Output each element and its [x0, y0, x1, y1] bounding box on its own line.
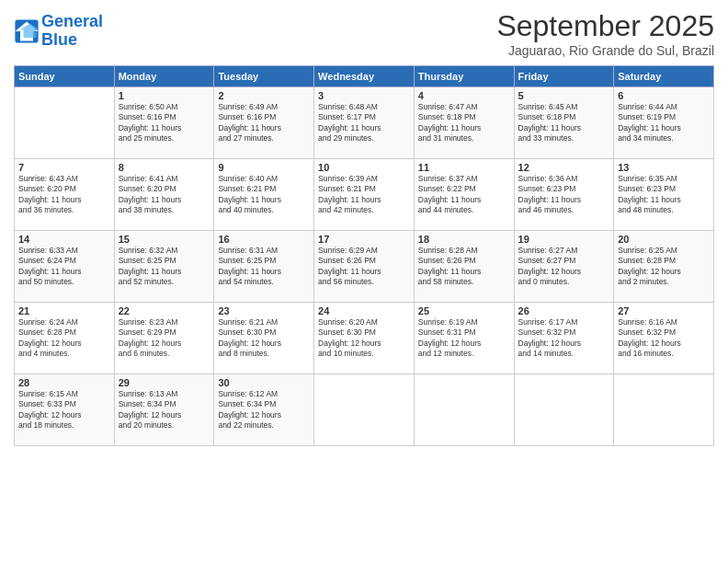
- calendar-cell: [614, 374, 714, 446]
- day-number: 16: [218, 234, 310, 245]
- calendar-cell: 24Sunrise: 6:20 AM Sunset: 6:30 PM Dayli…: [314, 303, 415, 374]
- day-number: 13: [618, 162, 710, 173]
- logo-line1: General: [41, 12, 103, 30]
- day-number: 6: [618, 90, 710, 101]
- calendar-cell: 9Sunrise: 6:40 AM Sunset: 6:21 PM Daylig…: [214, 159, 314, 231]
- day-info: Sunrise: 6:40 AM Sunset: 6:21 PM Dayligh…: [218, 174, 310, 216]
- day-number: 1: [119, 90, 210, 101]
- day-number: 15: [119, 234, 210, 245]
- logo: General Blue: [14, 13, 103, 50]
- location: Jaguarao, Rio Grande do Sul, Brazil: [496, 43, 714, 58]
- day-number: 29: [119, 377, 210, 388]
- day-number: 14: [18, 234, 110, 245]
- calendar-cell: [514, 374, 614, 446]
- day-number: 17: [318, 234, 410, 245]
- week-row-3: 14Sunrise: 6:33 AM Sunset: 6:24 PM Dayli…: [15, 231, 714, 303]
- week-row-2: 7Sunrise: 6:43 AM Sunset: 6:20 PM Daylig…: [15, 159, 714, 231]
- day-number: 22: [119, 305, 210, 316]
- calendar-cell: 7Sunrise: 6:43 AM Sunset: 6:20 PM Daylig…: [15, 159, 115, 231]
- calendar-cell: 12Sunrise: 6:36 AM Sunset: 6:23 PM Dayli…: [514, 159, 614, 231]
- day-info: Sunrise: 6:29 AM Sunset: 6:26 PM Dayligh…: [318, 246, 410, 288]
- day-info: Sunrise: 6:15 AM Sunset: 6:33 PM Dayligh…: [18, 389, 110, 431]
- day-info: Sunrise: 6:12 AM Sunset: 6:34 PM Dayligh…: [218, 389, 310, 431]
- day-header-friday: Friday: [514, 66, 614, 87]
- day-info: Sunrise: 6:47 AM Sunset: 6:18 PM Dayligh…: [418, 102, 510, 144]
- week-row-5: 28Sunrise: 6:15 AM Sunset: 6:33 PM Dayli…: [15, 374, 714, 446]
- calendar-cell: 23Sunrise: 6:21 AM Sunset: 6:30 PM Dayli…: [214, 303, 314, 374]
- day-number: 11: [418, 162, 510, 173]
- day-info: Sunrise: 6:41 AM Sunset: 6:20 PM Dayligh…: [119, 174, 210, 216]
- day-info: Sunrise: 6:49 AM Sunset: 6:16 PM Dayligh…: [218, 102, 310, 144]
- day-number: 27: [618, 305, 710, 316]
- day-info: Sunrise: 6:20 AM Sunset: 6:30 PM Dayligh…: [318, 317, 410, 360]
- day-number: 9: [218, 162, 310, 173]
- day-info: Sunrise: 6:36 AM Sunset: 6:23 PM Dayligh…: [518, 174, 610, 216]
- day-header-saturday: Saturday: [614, 66, 714, 87]
- day-info: Sunrise: 6:23 AM Sunset: 6:29 PM Dayligh…: [119, 317, 210, 360]
- calendar-cell: [414, 374, 514, 446]
- day-info: Sunrise: 6:28 AM Sunset: 6:26 PM Dayligh…: [418, 246, 510, 288]
- day-number: 20: [618, 234, 710, 245]
- logo-text: General Blue: [41, 13, 103, 50]
- calendar-cell: 14Sunrise: 6:33 AM Sunset: 6:24 PM Dayli…: [15, 231, 115, 303]
- header: General Blue September 2025 Jaguarao, Ri…: [14, 9, 714, 58]
- calendar-cell: 10Sunrise: 6:39 AM Sunset: 6:21 PM Dayli…: [314, 159, 415, 231]
- calendar-cell: 5Sunrise: 6:45 AM Sunset: 6:18 PM Daylig…: [514, 87, 614, 159]
- day-info: Sunrise: 6:37 AM Sunset: 6:22 PM Dayligh…: [418, 174, 510, 216]
- day-number: 2: [218, 90, 310, 101]
- day-header-monday: Monday: [114, 66, 214, 87]
- day-info: Sunrise: 6:39 AM Sunset: 6:21 PM Dayligh…: [318, 174, 410, 216]
- day-number: 21: [18, 305, 110, 316]
- calendar-cell: 25Sunrise: 6:19 AM Sunset: 6:31 PM Dayli…: [414, 303, 514, 374]
- page: General Blue September 2025 Jaguarao, Ri…: [0, 0, 728, 563]
- month-title: September 2025: [496, 9, 714, 43]
- calendar-cell: 29Sunrise: 6:13 AM Sunset: 6:34 PM Dayli…: [114, 374, 214, 446]
- calendar-cell: 21Sunrise: 6:24 AM Sunset: 6:28 PM Dayli…: [15, 303, 115, 374]
- calendar-cell: [15, 87, 115, 159]
- day-info: Sunrise: 6:33 AM Sunset: 6:24 PM Dayligh…: [18, 246, 110, 288]
- day-info: Sunrise: 6:50 AM Sunset: 6:16 PM Dayligh…: [119, 102, 210, 144]
- calendar-cell: 6Sunrise: 6:44 AM Sunset: 6:19 PM Daylig…: [614, 87, 714, 159]
- calendar-cell: 19Sunrise: 6:27 AM Sunset: 6:27 PM Dayli…: [514, 231, 614, 303]
- day-number: 4: [418, 90, 510, 101]
- calendar-cell: 2Sunrise: 6:49 AM Sunset: 6:16 PM Daylig…: [214, 87, 314, 159]
- day-number: 5: [518, 90, 610, 101]
- calendar-cell: 27Sunrise: 6:16 AM Sunset: 6:32 PM Dayli…: [614, 303, 714, 374]
- day-info: Sunrise: 6:48 AM Sunset: 6:17 PM Dayligh…: [318, 102, 410, 144]
- day-info: Sunrise: 6:35 AM Sunset: 6:23 PM Dayligh…: [618, 174, 710, 216]
- calendar-cell: 11Sunrise: 6:37 AM Sunset: 6:22 PM Dayli…: [414, 159, 514, 231]
- day-header-tuesday: Tuesday: [214, 66, 314, 87]
- calendar-cell: 3Sunrise: 6:48 AM Sunset: 6:17 PM Daylig…: [314, 87, 415, 159]
- calendar-cell: 13Sunrise: 6:35 AM Sunset: 6:23 PM Dayli…: [614, 159, 714, 231]
- day-info: Sunrise: 6:24 AM Sunset: 6:28 PM Dayligh…: [18, 317, 110, 360]
- day-info: Sunrise: 6:25 AM Sunset: 6:28 PM Dayligh…: [618, 246, 710, 288]
- day-info: Sunrise: 6:16 AM Sunset: 6:32 PM Dayligh…: [618, 317, 710, 360]
- calendar-cell: 4Sunrise: 6:47 AM Sunset: 6:18 PM Daylig…: [414, 87, 514, 159]
- calendar-cell: 16Sunrise: 6:31 AM Sunset: 6:25 PM Dayli…: [214, 231, 314, 303]
- week-row-1: 1Sunrise: 6:50 AM Sunset: 6:16 PM Daylig…: [15, 87, 714, 159]
- day-info: Sunrise: 6:32 AM Sunset: 6:25 PM Dayligh…: [119, 246, 210, 288]
- day-info: Sunrise: 6:17 AM Sunset: 6:32 PM Dayligh…: [518, 317, 610, 360]
- day-number: 24: [318, 305, 410, 316]
- day-number: 19: [518, 234, 610, 245]
- calendar-cell: 30Sunrise: 6:12 AM Sunset: 6:34 PM Dayli…: [214, 374, 314, 446]
- day-info: Sunrise: 6:43 AM Sunset: 6:20 PM Dayligh…: [18, 174, 110, 216]
- calendar-cell: [314, 374, 415, 446]
- day-info: Sunrise: 6:44 AM Sunset: 6:19 PM Dayligh…: [618, 102, 710, 144]
- logo-line2: Blue: [41, 30, 77, 49]
- calendar-table: SundayMondayTuesdayWednesdayThursdayFrid…: [14, 65, 714, 446]
- day-number: 8: [119, 162, 210, 173]
- day-info: Sunrise: 6:19 AM Sunset: 6:31 PM Dayligh…: [418, 317, 510, 360]
- day-header-wednesday: Wednesday: [314, 66, 415, 87]
- day-number: 7: [18, 162, 110, 173]
- week-row-4: 21Sunrise: 6:24 AM Sunset: 6:28 PM Dayli…: [15, 303, 714, 374]
- header-row: SundayMondayTuesdayWednesdayThursdayFrid…: [15, 66, 714, 87]
- day-number: 30: [218, 377, 310, 388]
- calendar-cell: 20Sunrise: 6:25 AM Sunset: 6:28 PM Dayli…: [614, 231, 714, 303]
- calendar-cell: 26Sunrise: 6:17 AM Sunset: 6:32 PM Dayli…: [514, 303, 614, 374]
- logo-icon: [14, 18, 40, 44]
- day-number: 28: [18, 377, 110, 388]
- calendar-cell: 22Sunrise: 6:23 AM Sunset: 6:29 PM Dayli…: [114, 303, 214, 374]
- day-header-sunday: Sunday: [15, 66, 115, 87]
- day-number: 23: [218, 305, 310, 316]
